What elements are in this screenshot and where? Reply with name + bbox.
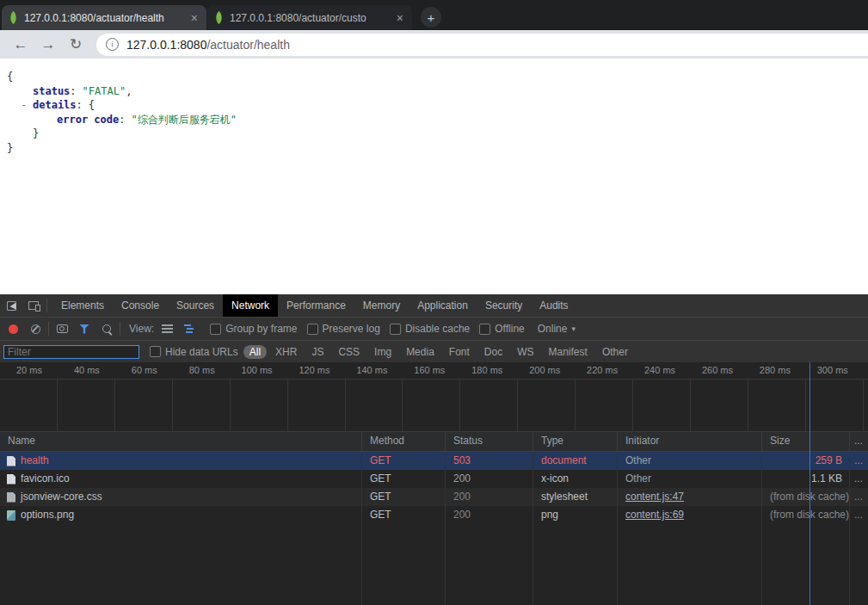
- request-type-filter-css[interactable]: CSS: [332, 345, 366, 359]
- separator: [48, 322, 49, 336]
- record-button[interactable]: [2, 318, 24, 340]
- devtools-tab-elements[interactable]: Elements: [52, 294, 113, 317]
- devtools-tab-audits[interactable]: Audits: [531, 294, 576, 317]
- request-method-cell: GET: [362, 488, 446, 506]
- column-header-initiator[interactable]: Initiator: [618, 432, 762, 451]
- devtools-tab-security[interactable]: Security: [477, 294, 531, 317]
- request-type-filter-all[interactable]: All: [243, 345, 267, 359]
- checkbox-box: [479, 324, 490, 335]
- devtools-tab-sources[interactable]: Sources: [168, 294, 223, 317]
- new-tab-button[interactable]: +: [421, 7, 441, 28]
- timeline-grid-cell: [288, 380, 346, 431]
- timeline-grid-cell: [115, 380, 173, 431]
- browser-tabs: 127.0.0.1:8080/actuator/health×127.0.0.1…: [2, 5, 413, 30]
- json-value-error-code: "综合判断后服务宕机": [131, 114, 236, 126]
- devtools-tab-network[interactable]: Network: [223, 294, 278, 317]
- device-toolbar-button[interactable]: [22, 294, 45, 317]
- inspect-element-button[interactable]: [0, 294, 22, 317]
- request-type-filter-img[interactable]: Img: [368, 345, 397, 359]
- network-overview-timeline[interactable]: 20 ms40 ms60 ms80 ms100 ms120 ms140 ms16…: [0, 362, 868, 432]
- hide-data-urls-checkbox[interactable]: Hide data URLs: [150, 346, 238, 358]
- timeline-tick-label: 40 ms: [58, 362, 115, 379]
- search-button[interactable]: [95, 318, 118, 340]
- filter-toggle-button[interactable]: [73, 318, 95, 340]
- filter-input[interactable]: [3, 345, 139, 359]
- network-request-row[interactable]: options.pngGET200pngcontent.js:69(from d…: [0, 506, 868, 524]
- request-initiator-cell[interactable]: content.js:47: [618, 488, 762, 506]
- devtools-tab-console[interactable]: Console: [113, 294, 168, 317]
- request-type-filter-xhr[interactable]: XHR: [269, 345, 303, 359]
- column-header-name[interactable]: Name: [0, 432, 362, 451]
- timeline-tick-label: 160 ms: [403, 362, 460, 379]
- column-header-size[interactable]: Size: [762, 432, 850, 451]
- filler-cell: [762, 524, 850, 605]
- tab-close-icon[interactable]: ×: [395, 12, 405, 24]
- info-icon[interactable]: i: [106, 38, 119, 51]
- address-bar[interactable]: i 127.0.0.1:8080/actuator/health: [96, 34, 868, 56]
- timeline-tick-label: 200 ms: [518, 362, 576, 379]
- request-type-filter-other[interactable]: Other: [596, 345, 634, 359]
- request-name-label: health: [21, 452, 49, 470]
- network-request-row[interactable]: favicon.icoGET200x-iconOther1.1 KB...: [0, 470, 868, 488]
- timeline-tick-label: 260 ms: [691, 362, 748, 379]
- timeline-grid-cell: [691, 380, 748, 431]
- timeline-grid-cell: [173, 380, 231, 431]
- browser-tab[interactable]: 127.0.0.1:8080/actuator/custo×: [207, 5, 412, 30]
- request-waterfall-cell: ...: [850, 488, 868, 506]
- column-header-type[interactable]: Type: [533, 432, 618, 451]
- checkbox-box: [210, 324, 221, 335]
- request-initiator-cell[interactable]: content.js:69: [618, 506, 762, 524]
- timeline-grid-cell: [403, 380, 460, 431]
- browser-toolbar: ← → ↻ i 127.0.0.1:8080/actuator/health: [0, 30, 868, 59]
- request-status-cell: 200: [446, 470, 533, 488]
- request-status-cell: 200: [446, 506, 533, 524]
- request-type-filter-manifest[interactable]: Manifest: [543, 345, 594, 359]
- column-header-status[interactable]: Status: [446, 432, 533, 451]
- request-method-cell: GET: [362, 470, 446, 488]
- request-type-filter-font[interactable]: Font: [443, 345, 476, 359]
- back-button[interactable]: ←: [7, 36, 34, 53]
- show-overview-toggle[interactable]: [178, 318, 200, 340]
- tab-close-icon[interactable]: ×: [189, 12, 200, 24]
- device-toolbar-icon: [28, 301, 39, 310]
- json-open-brace: {: [89, 99, 95, 111]
- request-name-label: jsonview-core.css: [21, 488, 102, 506]
- filler-cell: [533, 524, 618, 605]
- browser-tab[interactable]: 127.0.0.1:8080/actuator/health×: [2, 5, 206, 30]
- json-line: }: [7, 141, 868, 156]
- devtools-tab-memory[interactable]: Memory: [354, 294, 409, 317]
- request-type-filter-ws[interactable]: WS: [511, 345, 539, 359]
- disable-cache-checkbox[interactable]: Disable cache: [390, 323, 470, 335]
- network-request-row[interactable]: jsonview-core.cssGET200stylesheetcontent…: [0, 488, 868, 506]
- json-comma: ,: [126, 85, 132, 97]
- preserve-log-checkbox[interactable]: Preserve log: [307, 323, 380, 335]
- throttling-select[interactable]: Online▾: [538, 323, 576, 335]
- forward-button[interactable]: →: [34, 36, 62, 53]
- offline-checkbox[interactable]: Offline: [479, 323, 524, 335]
- network-request-row[interactable]: healthGET503documentOther259 B...: [0, 452, 868, 470]
- timeline-grid-cell: [346, 380, 403, 431]
- request-type-cell: stylesheet: [533, 488, 618, 506]
- devtools-tab-performance[interactable]: Performance: [278, 294, 354, 317]
- column-header-method[interactable]: Method: [362, 432, 446, 451]
- checkbox-box: [307, 324, 318, 335]
- timeline-tick-label: 220 ms: [576, 362, 633, 379]
- timeline-grid-cell: [460, 380, 518, 431]
- json-close-brace: }: [33, 127, 39, 139]
- request-type-filter-doc[interactable]: Doc: [478, 345, 508, 359]
- request-status-cell: 200: [446, 488, 533, 506]
- request-waterfall-cell: ...: [850, 506, 868, 524]
- group-by-frame-checkbox[interactable]: Group by frame: [210, 323, 297, 335]
- capture-screenshots-button[interactable]: [51, 318, 73, 340]
- devtools-tab-application[interactable]: Application: [409, 294, 477, 317]
- reload-button[interactable]: ↻: [62, 35, 89, 53]
- request-method-cell: GET: [362, 506, 446, 524]
- request-type-filter-media[interactable]: Media: [400, 345, 440, 359]
- small-request-rows-toggle[interactable]: [156, 318, 178, 340]
- clear-button[interactable]: [24, 318, 46, 340]
- request-type-filter-js[interactable]: JS: [305, 345, 329, 359]
- request-size-cell: 1.1 KB: [762, 470, 850, 488]
- checkbox-label: Offline: [495, 323, 524, 335]
- column-header-waterfall[interactable]: ...: [850, 432, 868, 451]
- collapse-toggle[interactable]: -: [21, 98, 27, 113]
